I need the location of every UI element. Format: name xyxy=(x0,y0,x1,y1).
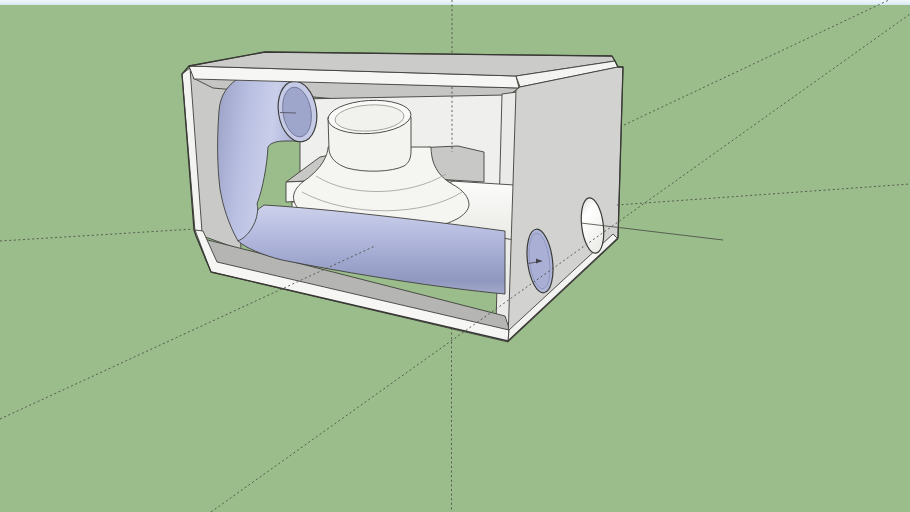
3d-viewport-canvas[interactable] xyxy=(0,0,910,512)
model-viewport xyxy=(0,0,910,512)
elbow-seam-line xyxy=(280,113,296,114)
